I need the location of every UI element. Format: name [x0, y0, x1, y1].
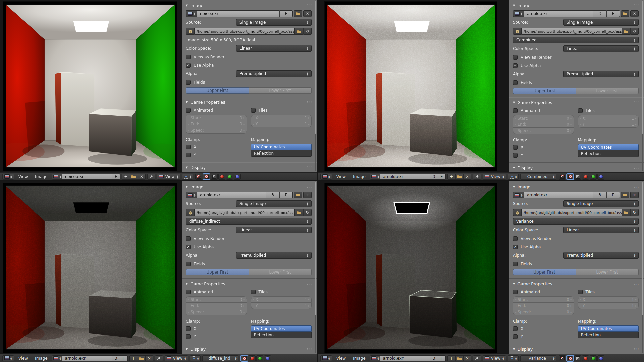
- panel-header-image[interactable]: ▼ Image ∷∷: [513, 2, 639, 9]
- render-image-1[interactable]: [324, 1, 497, 171]
- speed-field[interactable]: ◂Speed: 0▸: [186, 127, 247, 134]
- image-browse-button[interactable]: ▲▼: [52, 174, 62, 179]
- view-mode-dropdown[interactable]: View ▲▼: [165, 355, 188, 361]
- tiles-x-field[interactable]: ◂X: 1▸: [578, 115, 639, 121]
- fields-checkbox[interactable]: ✓: [513, 80, 518, 85]
- collapse-triangle-icon[interactable]: ▼: [513, 185, 515, 188]
- start-field[interactable]: ◂Start: 0▸: [186, 115, 247, 121]
- channel-b-button[interactable]: [597, 174, 604, 180]
- tiles-y-field[interactable]: ◂Y: 1▸: [578, 303, 639, 309]
- channel-color-alpha-button[interactable]: [559, 355, 566, 361]
- clamp-x-checkbox[interactable]: ✓: [186, 326, 191, 331]
- collapse-triangle-icon[interactable]: ▼: [186, 101, 188, 104]
- speed-field[interactable]: ◂Speed: 0▸: [186, 309, 247, 315]
- users-count-button[interactable]: 3: [112, 356, 120, 361]
- menu-view[interactable]: View: [16, 356, 31, 361]
- users-count-button[interactable]: 3: [593, 10, 606, 17]
- clamp-y-checkbox[interactable]: ✓: [513, 153, 518, 158]
- reload-image-button[interactable]: ↻: [303, 209, 312, 216]
- collapse-triangle-icon[interactable]: ▼: [186, 185, 188, 188]
- source-dropdown[interactable]: Single Image ▲▼: [236, 19, 312, 26]
- clamp-y-checkbox[interactable]: ✓: [186, 153, 191, 157]
- channel-r-button[interactable]: [582, 355, 589, 361]
- mapping-uv-coordinates-option[interactable]: UV Coordinates: [251, 144, 312, 150]
- collapse-triangle-icon[interactable]: ▼: [186, 4, 188, 7]
- pack-image-button[interactable]: [186, 209, 195, 216]
- editor-type-dropdown[interactable]: ▲▼: [2, 355, 14, 361]
- reload-image-button[interactable]: ↻: [630, 209, 639, 216]
- menu-image[interactable]: Image: [350, 174, 368, 179]
- panel-header-display[interactable]: ▼ Display ∷∷: [186, 164, 312, 171]
- speed-field[interactable]: ◂Speed: 0▸: [513, 309, 574, 315]
- render-layer-dropdown[interactable]: variance ▲▼: [513, 218, 639, 225]
- users-count-button[interactable]: 3: [593, 192, 606, 198]
- new-image-button[interactable]: +: [448, 356, 455, 361]
- channel-g-button[interactable]: [590, 174, 597, 180]
- channel-b-button[interactable]: [264, 355, 271, 361]
- clamp-x-checkbox[interactable]: ✓: [513, 145, 518, 150]
- open-image-button[interactable]: [138, 356, 145, 361]
- open-image-button[interactable]: [455, 174, 463, 179]
- fake-user-button[interactable]: F: [112, 174, 120, 179]
- menu-view[interactable]: View: [16, 174, 31, 179]
- image-datablock-browse-button[interactable]: ▲▼: [513, 192, 524, 198]
- panel-drag-dots-icon[interactable]: ∷∷: [634, 100, 639, 105]
- image-browse-button[interactable]: ▲▼: [370, 174, 380, 179]
- render-image-2[interactable]: [3, 183, 177, 353]
- mapping-reflection-option[interactable]: Reflection: [251, 150, 312, 157]
- pivot-dropdown[interactable]: ▲▼: [508, 355, 519, 361]
- source-dropdown[interactable]: Single Image ▲▼: [563, 200, 639, 207]
- filepath-field[interactable]: /home/jan/git/github/export_multi/00_cor…: [522, 28, 622, 35]
- lower-first-button[interactable]: Lower First: [576, 88, 639, 94]
- view-as-render-checkbox[interactable]: ✓: [186, 236, 191, 241]
- panel-header-image[interactable]: ▼ Image ∷∷: [186, 2, 312, 9]
- pack-image-button[interactable]: [513, 28, 522, 35]
- use-alpha-checkbox[interactable]: ✓: [186, 245, 191, 249]
- source-dropdown[interactable]: Single Image ▲▼: [563, 19, 639, 26]
- channel-g-button[interactable]: [226, 174, 233, 180]
- fake-user-button[interactable]: F: [279, 192, 293, 198]
- header-layer-dropdown[interactable]: variance ▲▼: [520, 355, 556, 361]
- panel-drag-dots-icon[interactable]: ∷∷: [307, 3, 312, 8]
- view-mode-dropdown[interactable]: View ▲▼: [483, 174, 506, 180]
- view-mode-dropdown[interactable]: View ▲▼: [483, 355, 506, 361]
- image-name-field[interactable]: arnold.exr: [197, 192, 266, 198]
- open-image-button[interactable]: [294, 10, 302, 17]
- animated-checkbox[interactable]: ✓: [513, 290, 518, 294]
- end-field[interactable]: ◂End: 0▸: [513, 303, 574, 309]
- mapping-uv-coordinates-option[interactable]: UV Coordinates: [578, 144, 639, 150]
- tiles-x-field[interactable]: ◂X: 1▸: [578, 296, 639, 303]
- start-field[interactable]: ◂Start: 0▸: [513, 296, 574, 303]
- reload-image-button[interactable]: ↻: [630, 28, 639, 35]
- editor-type-dropdown[interactable]: ▲▼: [320, 174, 332, 180]
- fake-user-button[interactable]: F: [120, 356, 127, 361]
- open-file-button[interactable]: [295, 209, 303, 216]
- channel-alpha-button[interactable]: [574, 174, 581, 180]
- open-file-button[interactable]: [295, 28, 303, 35]
- alpha-dropdown[interactable]: Premultiplied ▲▼: [563, 252, 639, 259]
- new-image-button[interactable]: +: [122, 174, 130, 179]
- tiles-y-field[interactable]: ◂Y: 1▸: [578, 121, 639, 128]
- filepath-field[interactable]: /home/jan/git/github/export_multi/00_cor…: [522, 209, 622, 216]
- channel-b-button[interactable]: [597, 355, 604, 361]
- channel-alpha-button[interactable]: [211, 174, 218, 180]
- panel-scrollbar[interactable]: [642, 1, 643, 171]
- unlink-image-button[interactable]: ×: [138, 174, 145, 179]
- channel-r-button[interactable]: [582, 174, 589, 180]
- channel-color-alpha-button[interactable]: [195, 174, 202, 180]
- unlink-image-button[interactable]: ×: [630, 192, 639, 198]
- panel-header-game-properties[interactable]: ▼ Game Properties ∷∷: [513, 99, 639, 106]
- view-as-render-checkbox[interactable]: ✓: [513, 55, 518, 60]
- users-count-button[interactable]: 3: [266, 192, 279, 198]
- image-browse-button[interactable]: ▲▼: [370, 356, 380, 361]
- panel-drag-dots-icon[interactable]: ∷∷: [634, 166, 639, 170]
- collapse-triangle-icon[interactable]: ▼: [186, 348, 188, 351]
- mapping-reflection-option[interactable]: Reflection: [578, 150, 639, 157]
- collapse-triangle-icon[interactable]: ▼: [513, 101, 515, 104]
- panel-header-game-properties[interactable]: ▼ Game Properties ∷∷: [186, 99, 312, 106]
- render-layer-dropdown[interactable]: diffuse_indirect ▲▼: [186, 218, 312, 225]
- channel-color-button[interactable]: [203, 174, 210, 180]
- use-alpha-checkbox[interactable]: ✓: [513, 245, 518, 249]
- panel-drag-dots-icon[interactable]: ∷∷: [634, 347, 639, 351]
- color-space-dropdown[interactable]: Linear ▲▼: [236, 45, 312, 52]
